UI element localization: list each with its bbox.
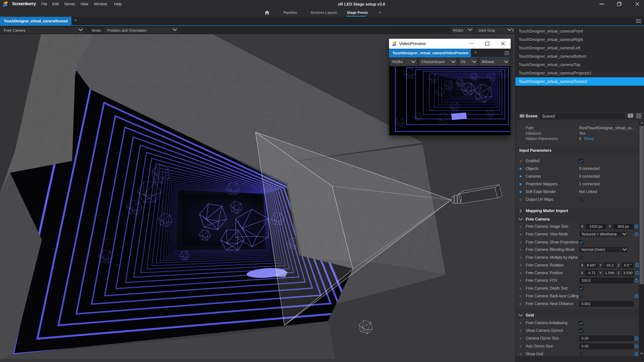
svg-text:?: ? <box>630 114 632 117</box>
